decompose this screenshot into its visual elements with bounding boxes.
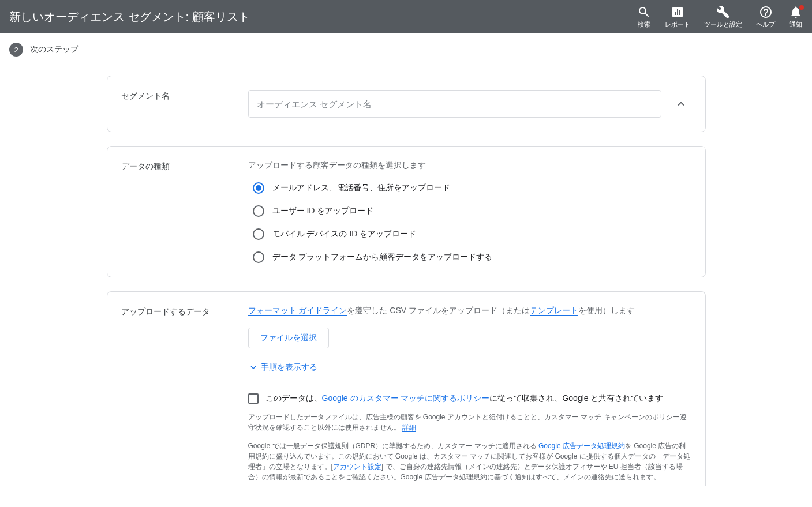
radio-icon: [253, 228, 264, 240]
header-action-label: ツールと設定: [704, 20, 742, 29]
header-action-notifications[interactable]: 通知: [789, 5, 803, 29]
notification-badge: [798, 4, 805, 11]
show-steps-toggle[interactable]: 手順を表示する: [248, 362, 691, 373]
data-type-subtitle: アップロードする顧客データの種類を選択します: [248, 160, 691, 171]
chevron-up-icon: [675, 97, 687, 110]
header-action-help[interactable]: ヘルプ: [756, 5, 775, 29]
radio-option-user-id[interactable]: ユーザー ID をアップロード: [253, 205, 691, 217]
radio-option-mobile-id[interactable]: モバイル デバイスの ID をアップロード: [253, 228, 691, 240]
step-label: 次のステップ: [30, 44, 78, 55]
radio-label: ユーザー ID をアップロード: [272, 206, 374, 216]
header-action-tools[interactable]: ツールと設定: [704, 5, 742, 29]
choose-file-button[interactable]: ファイルを選択: [248, 328, 329, 348]
header-action-reports[interactable]: レポート: [665, 5, 690, 29]
fine-print-2: Google では一般データ保護規則（GDPR）に準拠するため、カスタマー マッ…: [248, 441, 691, 482]
radio-option-contact-info[interactable]: メールアドレス、電話番号、住所をアップロード: [253, 182, 691, 194]
show-steps-label: 手順を表示する: [261, 362, 317, 373]
collapse-toggle[interactable]: [671, 97, 691, 110]
header-action-label: レポート: [665, 20, 690, 29]
radio-icon: [253, 251, 264, 263]
segment-name-label: セグメント名: [121, 90, 248, 118]
radio-option-data-platform[interactable]: データ プラットフォームから顧客データをアップロードする: [253, 251, 691, 263]
help-icon: [759, 5, 773, 19]
upload-data-label: アップロードするデータ: [121, 306, 248, 482]
data-type-radio-group: メールアドレス、電話番号、住所をアップロード ユーザー ID をアップロード モ…: [248, 182, 691, 263]
header-actions: 検索 レポート ツールと設定 ヘルプ 通知: [637, 5, 803, 29]
policy-checkbox[interactable]: [248, 393, 259, 404]
account-settings-link[interactable]: アカウント設定: [333, 463, 381, 471]
radio-icon: [253, 182, 264, 194]
page-title: 新しいオーディエンス セグメント: 顧客リスト: [9, 9, 250, 25]
chevron-down-icon: [248, 362, 259, 373]
upload-description: フォーマット ガイドラインを遵守した CSV ファイルをアップロード（またはテン…: [248, 306, 691, 316]
content-area: セグメント名 データの種類 アップロードする顧客データの種類を選択します メール…: [107, 66, 706, 486]
app-header: 新しいオーディエンス セグメント: 顧客リスト 検索 レポート ツールと設定 ヘ…: [0, 0, 812, 33]
report-icon: [671, 5, 684, 19]
fine-print-1: アップロードしたデータファイルは、広告主様の顧客を Google アカウントと紐…: [248, 412, 691, 433]
header-action-label: ヘルプ: [756, 20, 775, 29]
data-type-label: データの種類: [121, 160, 248, 263]
header-action-label: 検索: [638, 20, 650, 29]
header-action-search[interactable]: 検索: [637, 5, 651, 29]
wizard-step-bar: 2 次のステップ: [0, 33, 812, 66]
policy-checkbox-row: このデータは、Google のカスタマー マッチに関するポリシーに従って収集され…: [248, 393, 691, 404]
radio-icon: [253, 205, 264, 217]
template-link[interactable]: テンプレート: [530, 306, 578, 316]
card-upload-data: アップロードするデータ フォーマット ガイドラインを遵守した CSV ファイルを…: [107, 291, 706, 486]
policy-checkbox-label: このデータは、Google のカスタマー マッチに関するポリシーに従って収集され…: [265, 393, 664, 404]
radio-label: データ プラットフォームから顧客データをアップロードする: [272, 252, 493, 262]
card-data-type: データの種類 アップロードする顧客データの種類を選択します メールアドレス、電話…: [107, 146, 706, 277]
radio-label: モバイル デバイスの ID をアップロード: [272, 229, 417, 239]
format-guidelines-link[interactable]: フォーマット ガイドライン: [248, 306, 347, 316]
learn-more-link[interactable]: 詳細: [402, 423, 416, 432]
customer-match-policy-link[interactable]: Google のカスタマー マッチに関するポリシー: [322, 393, 490, 403]
radio-label: メールアドレス、電話番号、住所をアップロード: [272, 183, 450, 193]
search-icon: [637, 5, 651, 19]
segment-name-input[interactable]: [248, 90, 661, 118]
step-number-badge: 2: [9, 43, 23, 57]
header-action-label: 通知: [789, 20, 802, 29]
tools-icon: [716, 5, 730, 19]
data-processing-terms-link[interactable]: Google 広告データ処理規約: [538, 442, 625, 450]
card-segment-name: セグメント名: [107, 76, 706, 132]
